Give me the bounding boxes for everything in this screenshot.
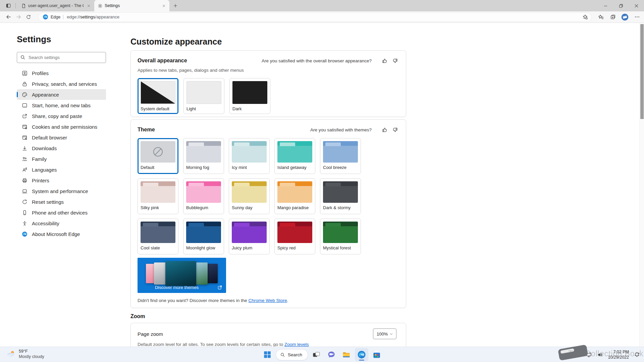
tab-close-button[interactable] xyxy=(161,3,167,9)
chat-button[interactable] xyxy=(325,348,338,361)
sidebar-item-phone-and-other-devices[interactable]: Phone and other devices xyxy=(17,207,106,218)
thumbs-down-button[interactable] xyxy=(391,57,399,65)
sidebar-item-default-browser[interactable]: Default browser xyxy=(17,132,106,143)
tab-close-button[interactable] xyxy=(86,3,92,9)
page-zoom-select[interactable]: 100% xyxy=(373,328,396,339)
sidebar-item-label: Share, copy and paste xyxy=(32,113,82,119)
privacy-icon xyxy=(22,81,28,87)
back-button[interactable] xyxy=(3,12,13,22)
zoom-section-heading: Zoom xyxy=(130,313,406,319)
page-scrollbar[interactable] xyxy=(639,23,644,347)
theme-label: Dark & stormy xyxy=(323,205,358,210)
store-button[interactable] xyxy=(370,348,383,361)
tray-overflow-button[interactable] xyxy=(573,350,582,360)
theme-preview xyxy=(186,181,221,203)
thumbs-up-button[interactable] xyxy=(380,126,388,134)
appearance-settings: Customize appearance Overall appearance … xyxy=(130,23,406,347)
thumbs-up-icon xyxy=(382,58,387,64)
theme-card-sunny-day[interactable]: Sunny day xyxy=(229,178,270,214)
taskbar-search[interactable]: Search xyxy=(276,349,308,360)
favorites-button[interactable] xyxy=(596,12,606,22)
chat-icon xyxy=(327,350,336,359)
settings-menu-button[interactable] xyxy=(632,12,642,22)
theme-card-icy-mint[interactable]: Icy mint xyxy=(229,138,270,174)
sidebar-item-accessibility[interactable]: Accessibility xyxy=(17,218,106,229)
task-view-button[interactable] xyxy=(310,348,323,361)
tab-settings[interactable]: Settings xyxy=(94,0,169,11)
new-tab-button[interactable] xyxy=(171,1,180,10)
theme-label: Spicy red xyxy=(277,245,312,250)
sidebar-item-label: Privacy, search, and services xyxy=(32,81,97,87)
weather-widget[interactable]: 59°F Mostly cloudy xyxy=(4,348,46,360)
sidebar-item-cookies-and-site-permissions[interactable]: Cookies and site permissions xyxy=(17,121,106,132)
page-zoom-label: Page zoom xyxy=(138,331,163,337)
section-subtitle: Applies to new tabs, pages, dialogs and … xyxy=(138,68,399,73)
thumbs-down-button[interactable] xyxy=(391,126,399,134)
theme-card-moonlight-glow[interactable]: Moonlight glow xyxy=(183,219,224,254)
scrollbar-thumb[interactable] xyxy=(640,24,644,119)
sidebar-item-start-home-and-new-tabs[interactable]: Start, home, and new tabs xyxy=(17,100,106,111)
theme-card-bubblegum[interactable]: Bubblegum xyxy=(183,178,224,214)
restore-icon xyxy=(619,3,624,8)
tab-title: user-agent.user_agent - The Coll xyxy=(28,3,84,8)
sidebar-item-privacy-search-and-services[interactable]: Privacy, search, and services xyxy=(17,78,106,89)
file-explorer-button[interactable] xyxy=(340,348,353,361)
sidebar-item-label: Profiles xyxy=(32,70,49,76)
theme-card-mystical-forest[interactable]: Mystical forest xyxy=(320,219,361,254)
browser-toolbar: Edge edge://settings/appearance xyxy=(0,11,644,23)
profile-avatar[interactable] xyxy=(620,12,630,22)
minimize-button[interactable] xyxy=(598,0,613,11)
edge-button[interactable] xyxy=(355,348,368,361)
theme-card-cool-slate[interactable]: Cool slate xyxy=(138,219,178,254)
sidebar-item-profiles[interactable]: Profiles xyxy=(17,68,106,78)
site-info-label: Edge xyxy=(51,15,60,19)
theme-card-cool-breeze[interactable]: Cool breeze xyxy=(320,138,361,174)
start-button[interactable] xyxy=(261,348,274,361)
sidebar-item-appearance[interactable]: Appearance xyxy=(17,89,106,100)
notifications-button[interactable] xyxy=(633,350,641,360)
theme-card-mango-paradise[interactable]: Mango paradise xyxy=(274,178,315,214)
sidebar-item-system-and-performance[interactable]: System and performance xyxy=(17,186,106,196)
theme-card-morning-fog[interactable]: Morning fog xyxy=(183,138,224,174)
zoom-levels-link[interactable]: Zoom levels xyxy=(284,342,309,347)
sidebar-item-family[interactable]: Family xyxy=(17,154,106,164)
appearance-option-system-default[interactable]: System default xyxy=(138,78,178,114)
theme-card-juicy-plum[interactable]: Juicy plum xyxy=(229,219,270,254)
theme-card-island-getaway[interactable]: Island getaway xyxy=(274,138,315,174)
forward-button[interactable] xyxy=(13,12,23,22)
theme-card-silky-pink[interactable]: Silky pink xyxy=(138,178,178,214)
close-window-button[interactable] xyxy=(629,0,644,11)
theme-card-spicy-red[interactable]: Spicy red xyxy=(274,219,315,254)
theme-preview xyxy=(323,141,358,163)
sidebar-item-languages[interactable]: Languages xyxy=(17,164,106,175)
sidebar-item-reset-settings[interactable]: Reset settings xyxy=(17,196,106,207)
sidebar-item-printers[interactable]: Printers xyxy=(17,175,106,186)
theme-label: Bubblegum xyxy=(186,205,221,210)
search-settings-input[interactable] xyxy=(17,52,106,63)
restore-button[interactable] xyxy=(613,0,629,11)
volume-button[interactable] xyxy=(595,350,604,360)
thumbs-up-button[interactable] xyxy=(380,57,388,65)
collections-button[interactable] xyxy=(608,12,618,22)
theme-card-default[interactable]: Default xyxy=(138,138,178,174)
chrome-web-store-link[interactable]: Chrome Web Store xyxy=(249,298,287,303)
sidebar-item-downloads[interactable]: Downloads xyxy=(17,143,106,154)
appearance-option-light[interactable]: Light xyxy=(183,78,224,114)
family-icon xyxy=(22,156,28,162)
appearance-option-dark[interactable]: Dark xyxy=(229,78,270,114)
theme-preview xyxy=(232,141,267,163)
add-favorite-icon[interactable] xyxy=(582,14,588,20)
theme-preview xyxy=(141,141,175,163)
feedback-question: Are you satisfied with themes? xyxy=(310,127,372,132)
network-status-button[interactable] xyxy=(584,350,593,360)
tab-workspaces-button[interactable] xyxy=(3,1,13,10)
address-bar[interactable]: Edge edge://settings/appearance xyxy=(38,12,592,22)
theme-card-dark-stormy[interactable]: Dark & stormy xyxy=(320,178,361,214)
discover-more-themes-button[interactable]: Discover more themes xyxy=(138,258,226,293)
taskbar-clock[interactable]: 7:02 PM 10/29/2022 xyxy=(606,349,630,360)
theme-label: Mango paradise xyxy=(277,205,312,210)
tab-user-agent[interactable]: user-agent.user_agent - The Coll xyxy=(18,0,94,11)
sidebar-item-about-microsoft-edge[interactable]: About Microsoft Edge xyxy=(17,229,106,239)
refresh-button[interactable] xyxy=(23,12,34,22)
sidebar-item-share-copy-and-paste[interactable]: Share, copy and paste xyxy=(17,111,106,121)
